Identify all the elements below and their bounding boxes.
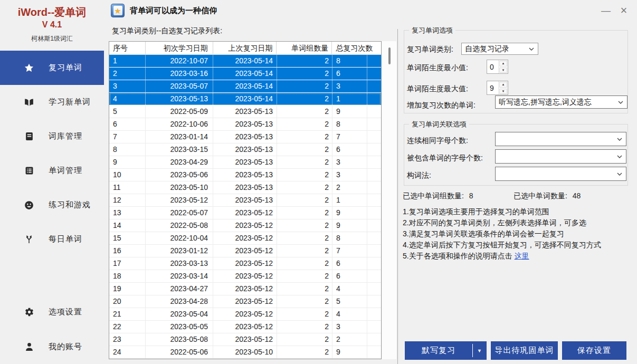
table-cell: 2 bbox=[277, 232, 332, 244]
table-row[interactable]: 12022-10-072023-05-1428 bbox=[109, 55, 381, 68]
table-cell: 2023-05-13 bbox=[213, 181, 277, 194]
sidebar-item-learn-new-words[interactable]: 学习新单词 bbox=[0, 85, 104, 119]
table-row[interactable]: 132022-05-072023-05-1229 bbox=[109, 207, 381, 219]
table-cell: 9 bbox=[332, 207, 367, 219]
sidebar-item-label: 复习单词 bbox=[49, 63, 82, 73]
table-row[interactable]: 142022-05-082023-05-1229 bbox=[109, 219, 381, 232]
save-settings-button[interactable]: 保存设置 bbox=[562, 341, 626, 360]
sidebar-item-review-words[interactable]: 复习单词 bbox=[0, 51, 104, 85]
table-row[interactable]: 82023-03-152023-05-1326 bbox=[109, 143, 381, 156]
table-row[interactable]: 52022-05-092023-05-1329 bbox=[109, 106, 381, 118]
review-mode-dropdown-icon[interactable]: ▼ bbox=[473, 341, 487, 360]
contained-letters-label: 被包含单词的字母个数: bbox=[407, 154, 483, 163]
column-header[interactable]: 单词组数量 bbox=[277, 42, 332, 54]
table-row[interactable]: 102023-05-062023-05-1323 bbox=[109, 169, 381, 181]
table-row[interactable]: 22023-03-162023-05-1426 bbox=[109, 68, 381, 80]
table-row[interactable]: 72023-01-142023-05-1327 bbox=[109, 131, 381, 143]
instruction5-prefix: 5.关于各选项和操作的说明请点击 bbox=[403, 252, 515, 260]
table-row[interactable]: 162023-01-122023-05-1227 bbox=[109, 245, 381, 257]
word-formation-select[interactable] bbox=[495, 167, 626, 181]
table-row[interactable]: 32023-05-072023-05-1423 bbox=[109, 80, 381, 93]
titlebar: ★ 背单词可以成为一种信仰 — × bbox=[104, 0, 637, 21]
max-unfamiliarity-stepper[interactable]: 9 ▲ ▼ bbox=[487, 81, 508, 95]
table-row[interactable]: 182023-03-142023-05-1226 bbox=[109, 270, 381, 283]
minimize-button[interactable]: — bbox=[597, 3, 615, 18]
close-button[interactable]: × bbox=[615, 3, 633, 18]
table-cell: 2023-05-13 bbox=[213, 156, 277, 168]
sidebar-item-label: 选项设置 bbox=[49, 307, 82, 317]
right-panel: 复习单词选项 复习单词类别: 自选复习记录 单词陌生度最小值: 0 ▲ ▼ 单词… bbox=[397, 21, 637, 364]
sidebar-item-practice-and-games[interactable]: 练习和游戏 bbox=[0, 188, 104, 222]
same-letters-select[interactable] bbox=[495, 132, 626, 146]
column-header[interactable]: 上次复习日期 bbox=[213, 42, 277, 54]
chevron-down-icon bbox=[617, 137, 622, 141]
table-cell: 1 bbox=[109, 55, 146, 67]
column-header[interactable]: 序号 bbox=[109, 42, 146, 54]
table-row[interactable]: 62022-10-062023-05-1328 bbox=[109, 118, 381, 131]
table-cell: 2023-05-13 bbox=[146, 93, 213, 105]
sprout-icon bbox=[24, 235, 34, 244]
table-row[interactable]: 112023-05-102023-05-1322 bbox=[109, 181, 381, 194]
action-buttons: 默写复习 ▼ 导出待巩固单词 保存设置 bbox=[397, 341, 637, 360]
table-row[interactable]: 232023-05-082023-05-1222 bbox=[109, 333, 381, 346]
table-cell-filler bbox=[367, 257, 381, 270]
dictation-review-button[interactable]: 默写复习 ▼ bbox=[405, 341, 487, 360]
review-list-label: 复习单词类别--自选复习记录列表: bbox=[112, 26, 222, 36]
table-row[interactable]: 192023-04-272023-05-1224 bbox=[109, 283, 381, 295]
sidebar-item-label: 练习和游戏 bbox=[49, 200, 91, 210]
category-select[interactable]: 自选复习记录 bbox=[461, 43, 538, 55]
table-cell: 2 bbox=[332, 181, 367, 194]
table-scrollbar[interactable] bbox=[382, 41, 396, 359]
column-header[interactable]: 初次学习日期 bbox=[146, 42, 213, 54]
table-cell: 6 bbox=[332, 68, 367, 80]
table-row[interactable]: 122023-05-122023-05-1321 bbox=[109, 194, 381, 207]
table-row[interactable]: 152022-10-042023-05-1228 bbox=[109, 232, 381, 245]
table-row[interactable]: 242022-05-062023-05-1029 bbox=[109, 346, 381, 359]
spin-up-icon[interactable]: ▲ bbox=[499, 61, 507, 66]
sidebar-item-lexicon-management[interactable]: 词库管理 bbox=[0, 119, 104, 154]
sidebar-item-my-account[interactable]: 我的账号 bbox=[0, 329, 104, 364]
group1-title: 复习单词选项 bbox=[409, 26, 455, 35]
chevron-down-icon bbox=[618, 100, 623, 104]
sidebar: iWord--爱单词 V 4.1 柯林斯1级词汇 复习单词学习新单词词库管理单词… bbox=[0, 0, 104, 364]
table-row[interactable]: 42023-05-132023-05-1421 bbox=[109, 93, 381, 106]
sidebar-item-word-management[interactable]: 单词管理 bbox=[0, 154, 104, 188]
table-cell: 22 bbox=[109, 321, 146, 333]
table-row[interactable]: 212023-05-042023-05-1224 bbox=[109, 308, 381, 321]
table-cell-filler bbox=[367, 169, 381, 181]
table-cell: 11 bbox=[109, 181, 146, 194]
table-cell: 2023-05-12 bbox=[213, 245, 277, 257]
table-cell: 8 bbox=[332, 55, 367, 67]
table-cell-filler bbox=[367, 156, 381, 168]
table-cell: 2022-10-07 bbox=[146, 55, 213, 67]
help-link[interactable]: 这里 bbox=[515, 252, 529, 260]
table-cell: 2023-05-13 bbox=[213, 106, 277, 118]
column-header[interactable]: 总复习次数 bbox=[332, 42, 381, 54]
dictation-review-label[interactable]: 默写复习 bbox=[405, 341, 472, 360]
selected-groups-value: 8 bbox=[469, 191, 473, 200]
table-scrollbar-thumb[interactable] bbox=[388, 47, 391, 64]
table-cell: 2 bbox=[277, 131, 332, 143]
table-row[interactable]: 202023-04-282023-05-1225 bbox=[109, 295, 381, 308]
table-cell: 2023-05-04 bbox=[146, 308, 213, 320]
sidebar-item-daily-words[interactable]: 每日单词 bbox=[0, 222, 104, 256]
export-words-button[interactable]: 导出待巩固单词 bbox=[491, 341, 558, 360]
table-cell: 2 bbox=[277, 55, 332, 67]
sidebar-item-options-settings[interactable]: 选项设置 bbox=[0, 294, 104, 329]
table-row[interactable]: 222023-05-052023-05-1223 bbox=[109, 321, 381, 333]
table-row[interactable]: 92023-04-292023-05-1323 bbox=[109, 156, 381, 169]
app-title: iWord--爱单词 bbox=[0, 5, 104, 20]
table-cell: 4 bbox=[109, 93, 146, 105]
sidebar-item-label: 我的账号 bbox=[49, 342, 82, 352]
increase-reviews-select[interactable]: 听写遗忘,拼写遗忘,词义遗忘 bbox=[495, 95, 628, 109]
spin-down-icon[interactable]: ▼ bbox=[499, 89, 507, 94]
table-cell: 2 bbox=[277, 143, 332, 156]
min-unfamiliarity-stepper[interactable]: 0 ▲ ▼ bbox=[487, 60, 508, 74]
table-cell-filler bbox=[367, 308, 381, 320]
spin-up-icon[interactable]: ▲ bbox=[499, 82, 507, 88]
review-records-table[interactable]: 序号初次学习日期上次复习日期单词组数量总复习次数12022-10-072023-… bbox=[109, 41, 382, 359]
table-cell-filler bbox=[367, 143, 381, 156]
table-row[interactable]: 172023-03-132023-05-1226 bbox=[109, 257, 381, 270]
spin-down-icon[interactable]: ▼ bbox=[499, 68, 507, 73]
contained-letters-select[interactable] bbox=[495, 149, 626, 164]
